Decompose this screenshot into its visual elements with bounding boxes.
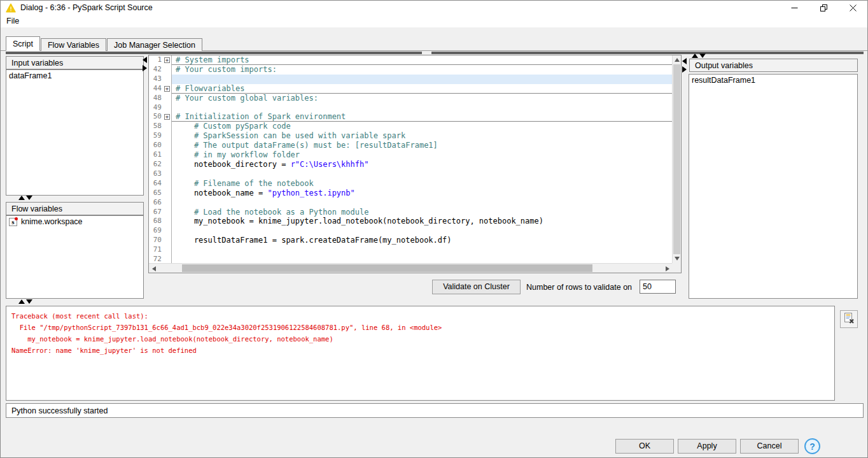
editor-lines[interactable]: 1+# System imports42# Your custom import…: [149, 55, 672, 263]
fold-toggle-icon[interactable]: +: [164, 114, 170, 120]
editor-line[interactable]: 42# Your custom imports:: [149, 65, 672, 75]
code-line[interactable]: [172, 198, 672, 208]
fold-column: [163, 189, 172, 198]
line-number: 70: [149, 236, 163, 245]
expand-right-icon[interactable]: [682, 66, 687, 73]
editor-line[interactable]: 59 # SparkSession can be used with varia…: [149, 131, 672, 141]
collapse-up-icon[interactable]: [18, 196, 25, 200]
expand-down-icon[interactable]: [699, 54, 706, 58]
editor-line[interactable]: 49: [149, 103, 672, 113]
editor-line[interactable]: 62 notebook_directory = r"C:\Users\khhfh…: [149, 160, 672, 169]
editor-line[interactable]: 66: [149, 198, 672, 208]
code-line[interactable]: notebook_directory = r"C:\Users\khhfh": [172, 160, 672, 169]
editor-line[interactable]: 63: [149, 169, 672, 179]
flow-variables-splitter[interactable]: [18, 196, 32, 200]
input-variables-list[interactable]: dataFrame1: [6, 69, 144, 196]
cancel-button[interactable]: Cancel: [740, 439, 799, 454]
editor-line[interactable]: 43: [149, 75, 672, 84]
code-line[interactable]: [172, 169, 672, 179]
code-line[interactable]: # Flowvariables: [172, 84, 672, 94]
fold-column: [163, 103, 172, 113]
fold-toggle-icon[interactable]: +: [164, 57, 170, 63]
input-variable-item[interactable]: dataFrame1: [6, 70, 143, 82]
code-line[interactable]: # System imports: [172, 55, 672, 65]
editor-line[interactable]: 44+# Flowvariables: [149, 84, 672, 94]
editor-line[interactable]: 71: [149, 245, 672, 255]
tab-script[interactable]: Script: [6, 36, 40, 51]
collapse-left-icon[interactable]: [682, 58, 687, 64]
editor-line[interactable]: 69: [149, 226, 672, 236]
output-panel-splitter[interactable]: [692, 54, 706, 58]
code-line[interactable]: # Filename of the notebook: [172, 179, 672, 189]
editor-line[interactable]: 50+# Initialization of Spark environment: [149, 112, 672, 122]
scroll-right-icon[interactable]: [662, 264, 672, 273]
scroll-up-icon[interactable]: [673, 55, 682, 64]
line-number: 59: [149, 131, 163, 141]
editor-line[interactable]: 68 my_notebook = knime_jupyter.load_note…: [149, 217, 672, 226]
fold-column: [163, 169, 172, 179]
help-icon[interactable]: ?: [804, 438, 820, 454]
output-variables-list[interactable]: resultDataFrame1: [689, 74, 858, 299]
editor-line[interactable]: 1+# System imports: [149, 55, 672, 65]
validate-on-cluster-button[interactable]: Validate on Cluster: [432, 280, 521, 294]
horizontal-scroll-thumb[interactable]: [182, 264, 592, 272]
scroll-left-icon[interactable]: [149, 264, 158, 273]
code-line[interactable]: # Custom pySpark code: [172, 122, 672, 131]
editor-line[interactable]: 58 # Custom pySpark code: [149, 122, 672, 131]
code-line[interactable]: [172, 103, 672, 113]
close-button[interactable]: [838, 1, 867, 15]
code-line[interactable]: # in my workflow folder: [172, 150, 672, 160]
editor-line[interactable]: 60 # The output dataFrame(s) must be: [r…: [149, 141, 672, 150]
expand-down-icon[interactable]: [26, 299, 32, 304]
fold-column: [163, 141, 172, 150]
code-line[interactable]: my_notebook = knime_jupyter.load_noteboo…: [172, 217, 672, 226]
editor-line[interactable]: 64 # Filename of the notebook: [149, 179, 672, 189]
editor-vertical-scrollbar[interactable]: [672, 55, 681, 263]
line-number: 58: [149, 122, 163, 131]
menu-item-file[interactable]: File: [1, 15, 25, 25]
code-line[interactable]: resultDataFrame1 = spark.createDataFrame…: [172, 236, 672, 245]
code-line[interactable]: # The output dataFrame(s) must be: [resu…: [172, 141, 672, 150]
horizontal-splitter[interactable]: [6, 52, 864, 54]
code-line[interactable]: # SparkSession can be used with variable…: [172, 131, 672, 141]
apply-button[interactable]: Apply: [678, 439, 736, 454]
code-line[interactable]: # Load the notebook as a Python module: [172, 208, 672, 217]
code-line[interactable]: # Initialization of Spark environment: [172, 112, 672, 122]
minimize-button[interactable]: [780, 1, 809, 15]
clear-console-button[interactable]: [840, 310, 858, 328]
tab-job-manager-selection[interactable]: Job Manager Selection: [107, 38, 202, 51]
collapse-up-icon[interactable]: [18, 299, 25, 304]
fold-column: [163, 198, 172, 208]
fold-toggle-icon[interactable]: +: [164, 86, 170, 92]
tab-flow-variables[interactable]: Flow Variables: [41, 38, 106, 51]
code-line[interactable]: [172, 226, 672, 236]
code-line[interactable]: [172, 75, 672, 84]
code-line[interactable]: # Your custom global variables:: [172, 94, 672, 103]
vertical-scroll-thumb[interactable]: [673, 64, 680, 254]
editor-line[interactable]: 67 # Load the notebook as a Python modul…: [149, 208, 672, 217]
collapse-left-icon[interactable]: [143, 57, 147, 63]
code-line[interactable]: [172, 245, 672, 255]
flow-variables-list[interactable]: sknime.workspace: [6, 215, 144, 299]
line-number: 64: [149, 179, 163, 189]
editor-line[interactable]: 70 resultDataFrame1 = spark.createDataFr…: [149, 236, 672, 245]
restore-button[interactable]: [809, 1, 838, 15]
console-splitter[interactable]: [18, 299, 32, 304]
expand-right-icon[interactable]: [143, 65, 147, 71]
collapse-up-icon[interactable]: [692, 54, 698, 58]
output-variable-item[interactable]: resultDataFrame1: [689, 75, 857, 86]
editor-line[interactable]: 61 # in my workflow folder: [149, 150, 672, 160]
code-line[interactable]: notebook_name = "python_test.ipynb": [172, 189, 672, 198]
editor-line[interactable]: 65 notebook_name = "python_test.ipynb": [149, 189, 672, 198]
flow-variable-item[interactable]: sknime.workspace: [6, 216, 143, 227]
rows-to-validate-input[interactable]: [640, 280, 676, 294]
code-editor[interactable]: 1+# System imports42# Your custom import…: [148, 55, 682, 273]
scroll-down-icon[interactable]: [673, 254, 682, 263]
code-line[interactable]: # Your custom imports:: [172, 65, 672, 75]
editor-line[interactable]: 48# Your custom global variables:: [149, 94, 672, 103]
code-line[interactable]: [172, 255, 672, 263]
editor-line[interactable]: 72: [149, 255, 672, 263]
expand-down-icon[interactable]: [26, 196, 32, 200]
editor-horizontal-scrollbar[interactable]: [149, 263, 672, 273]
ok-button[interactable]: OK: [615, 439, 674, 454]
